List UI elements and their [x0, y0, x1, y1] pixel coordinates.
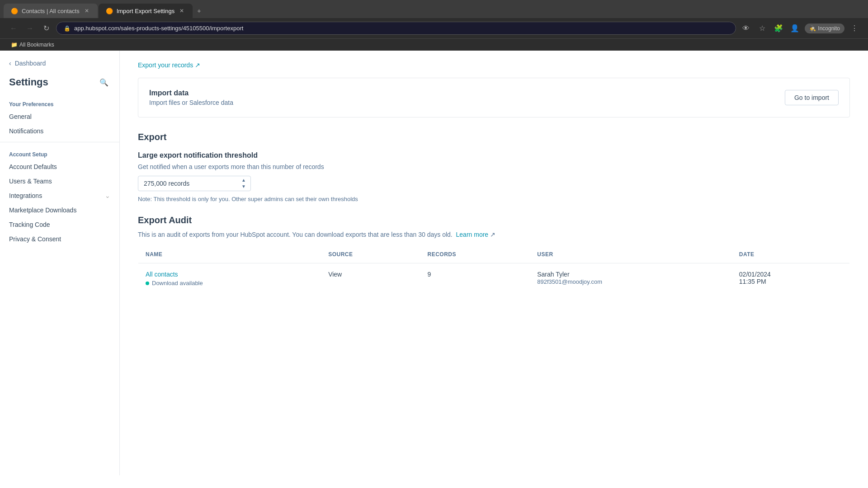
bookmarks-label: All Bookmarks — [19, 42, 54, 48]
extension-icon[interactable]: 🧩 — [772, 22, 785, 35]
sidebar-item-users-teams[interactable]: Users & Teams — [0, 174, 119, 188]
time-value: 11:35 PM — [739, 278, 766, 285]
tab-import-favicon: 🟠 — [106, 7, 113, 14]
incognito-icon: 🕵 — [809, 25, 816, 32]
tab-import-label: Import Export Settings — [117, 8, 175, 14]
threshold-select[interactable]: 275,000 records — [138, 176, 251, 191]
sidebar-item-privacy-consent[interactable]: Privacy & Consent — [0, 232, 119, 246]
sidebar-item-tracking-code[interactable]: Tracking Code — [0, 217, 119, 232]
address-bar[interactable]: 🔒 app.hubspot.com/sales-products-setting… — [56, 22, 736, 35]
app-container: ‹ Dashboard Settings 🔍 Your Preferences … — [0, 51, 868, 475]
import-card-title: Import data — [149, 89, 233, 97]
browser-tabs: 🟠 Contacts | All contacts ✕ 🟠 Import Exp… — [0, 0, 868, 18]
integrations-expand-icon: ⌄ — [105, 192, 110, 199]
audit-table-body: All contacts Download available View 9 S… — [138, 263, 850, 294]
sidebar: ‹ Dashboard Settings 🔍 Your Preferences … — [0, 51, 120, 475]
main-content: Export your records ↗ Import data Import… — [120, 51, 868, 475]
sidebar-search-button[interactable]: 🔍 — [98, 76, 110, 89]
sidebar-item-users-teams-label: Users & Teams — [9, 178, 52, 185]
export-audit-title: Export Audit — [138, 215, 850, 225]
export-section-title: Export — [138, 132, 850, 142]
table-cell-source: View — [321, 263, 420, 294]
sidebar-item-general-label: General — [9, 113, 32, 120]
table-cell-user: Sarah Tyler 892f3501@moodjoy.com — [530, 263, 732, 294]
table-cell-name: All contacts Download available — [138, 263, 321, 294]
col-header-records: RECORDS — [420, 246, 530, 263]
profile-icon[interactable]: 👤 — [788, 22, 801, 35]
dashboard-button[interactable]: ‹ Dashboard — [0, 51, 119, 74]
import-card: Import data Import files or Salesforce d… — [138, 78, 850, 117]
incognito-label: Incognito — [818, 25, 840, 32]
external-link-icon: ↗ — [195, 61, 200, 69]
dashboard-label: Dashboard — [15, 60, 46, 67]
toolbar-actions: 👁 ☆ 🧩 👤 🕵 Incognito ⋮ — [740, 22, 861, 35]
download-badge: Download available — [146, 280, 314, 286]
col-header-user: USER — [530, 246, 732, 263]
import-card-info: Import data Import files or Salesforce d… — [149, 89, 233, 106]
sidebar-item-privacy-consent-label: Privacy & Consent — [9, 235, 61, 243]
import-card-description: Import files or Salesforce data — [149, 99, 233, 106]
lock-icon: 🔒 — [64, 25, 71, 32]
record-name-link[interactable]: All contacts — [146, 271, 314, 278]
threshold-note: Note: This threshold is only for you. Ot… — [138, 196, 850, 202]
back-arrow-icon: ‹ — [9, 60, 11, 67]
export-records-link[interactable]: Export your records ↗ — [138, 61, 850, 69]
audit-table-header: NAME SOURCE RECORDS USER DATE — [138, 246, 850, 263]
sidebar-item-general[interactable]: General — [0, 109, 119, 124]
table-cell-records: 9 — [420, 263, 530, 294]
browser-toolbar: ← → ↻ 🔒 app.hubspot.com/sales-products-s… — [0, 18, 868, 38]
forward-button[interactable]: → — [24, 22, 36, 35]
tab-contacts[interactable]: 🟠 Contacts | All contacts ✕ — [4, 4, 98, 18]
user-email: 892f3501@moodjoy.com — [537, 278, 602, 285]
menu-icon[interactable]: ⋮ — [848, 22, 861, 35]
export-records-link-text: Export your records — [138, 61, 193, 69]
tab-import-export[interactable]: 🟠 Import Export Settings ✕ — [99, 4, 193, 18]
section-title-account-setup: Account Setup — [0, 146, 119, 160]
eye-off-icon[interactable]: 👁 — [740, 22, 752, 35]
content-area: Export your records ↗ Import data Import… — [120, 51, 868, 305]
audit-table: NAME SOURCE RECORDS USER DATE All contac… — [138, 245, 850, 294]
tab-import-close[interactable]: ✕ — [178, 7, 185, 14]
incognito-badge: 🕵 Incognito — [805, 23, 844, 33]
sidebar-item-notifications[interactable]: Notifications — [0, 124, 119, 138]
back-button[interactable]: ← — [7, 22, 20, 35]
col-header-source: SOURCE — [321, 246, 420, 263]
new-tab-button[interactable]: + — [193, 4, 204, 18]
tab-contacts-label: Contacts | All contacts — [22, 8, 80, 14]
threshold-description: Get notified when a user exports more th… — [138, 163, 850, 170]
bookmarks-bar: 📁 All Bookmarks — [0, 38, 868, 51]
export-audit-description: This is an audit of exports from your Hu… — [138, 231, 850, 238]
reload-button[interactable]: ↻ — [40, 22, 52, 35]
tab-contacts-close[interactable]: ✕ — [83, 7, 90, 14]
sidebar-item-account-defaults[interactable]: Account Defaults — [0, 160, 119, 174]
settings-title: Settings 🔍 — [0, 74, 119, 96]
export-audit-desc-text: This is an audit of exports from your Hu… — [138, 231, 453, 238]
table-row: All contacts Download available View 9 S… — [138, 263, 850, 294]
sidebar-divider-1 — [0, 142, 119, 142]
sidebar-item-notifications-label: Notifications — [9, 127, 43, 135]
learn-more-external-icon: ↗ — [490, 231, 495, 238]
threshold-select-wrapper: 275,000 records ▲ ▼ — [138, 176, 251, 191]
bookmark-icon[interactable]: ☆ — [756, 22, 769, 35]
address-text: app.hubspot.com/sales-products-settings/… — [74, 25, 243, 32]
settings-title-text: Settings — [9, 76, 48, 88]
table-cell-date: 02/01/2024 11:35 PM — [732, 263, 850, 294]
date-value: 02/01/2024 — [739, 271, 771, 278]
threshold-up-arrow[interactable]: ▲ — [240, 177, 247, 183]
bookmarks-folder[interactable]: 📁 All Bookmarks — [7, 41, 58, 49]
sidebar-item-marketplace[interactable]: Marketplace Downloads — [0, 203, 119, 217]
browser-chrome: 🟠 Contacts | All contacts ✕ 🟠 Import Exp… — [0, 0, 868, 51]
threshold-down-arrow[interactable]: ▼ — [240, 183, 247, 190]
tab-contacts-favicon: 🟠 — [11, 7, 18, 14]
user-name: Sarah Tyler — [537, 271, 725, 278]
folder-icon: 📁 — [11, 42, 18, 48]
download-dot-icon — [146, 282, 149, 285]
section-title-preferences: Your Preferences — [0, 96, 119, 109]
go-to-import-button[interactable]: Go to import — [785, 90, 839, 105]
sidebar-item-integrations[interactable]: Integrations ⌄ — [0, 188, 119, 203]
threshold-arrows: ▲ ▼ — [240, 177, 247, 190]
download-status-text: Download available — [152, 280, 203, 286]
sidebar-item-integrations-label: Integrations — [9, 192, 42, 199]
learn-more-link[interactable]: Learn more — [456, 231, 489, 238]
sidebar-item-tracking-code-label: Tracking Code — [9, 221, 50, 228]
